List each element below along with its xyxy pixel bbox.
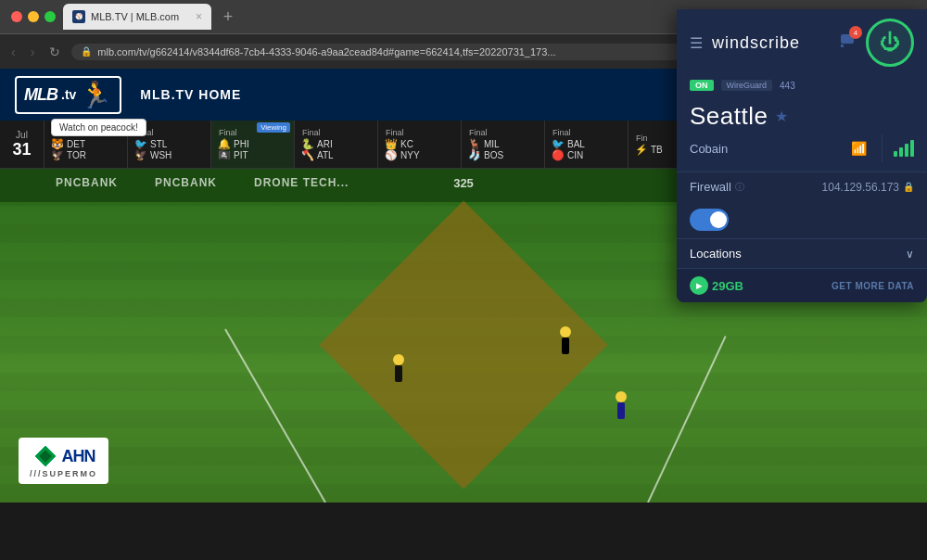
ws-locations-section[interactable]: Locations ∨ (677, 238, 927, 268)
mlb-logo-text: MLB (24, 85, 57, 105)
kc-icon: 👑 (386, 139, 397, 150)
ws-status-bar: ON WireGuard 443 (677, 76, 927, 96)
ws-divider (882, 134, 883, 162)
ws-firewall-section: Firewall ⓘ 104.129.56.173 🔒 (677, 172, 927, 201)
new-tab-button[interactable]: + (215, 4, 241, 30)
viewing-badge: Viewing (257, 122, 290, 133)
ws-logo-text: windscribe (712, 33, 829, 53)
lock-icon: 🔒 (81, 46, 92, 57)
ahn-sponsor-overlay: AHN ///SUPERMO (19, 438, 108, 484)
ws-footer: ▶ 29GB GET MORE DATA (677, 268, 927, 302)
player-umpire (389, 354, 408, 391)
wsh-icon: 🦅 (135, 150, 146, 161)
tab-close-button[interactable]: × (196, 10, 202, 23)
mlb-logo: MLB .tv 🏃 (15, 76, 121, 114)
score-team-det: 🐯 DET (52, 139, 120, 150)
distance-center: 325 (453, 176, 474, 190)
ws-data-amount: 29GB (712, 279, 743, 293)
pnc-ad-1: PNCBANK (56, 176, 118, 189)
cin-icon: 🔴 (552, 150, 564, 161)
maximize-button[interactable] (44, 11, 56, 22)
ws-power-icon: ⏻ (880, 31, 900, 55)
score-game-phi-pit[interactable]: Final Viewing 🔔 PHI 🏴‍☠️ PIT (211, 121, 295, 168)
ws-signal-strength (894, 140, 914, 157)
ws-favorite-star[interactable]: ★ (775, 108, 789, 125)
minimize-button[interactable] (28, 11, 39, 22)
tb-icon: ⚡ (636, 145, 647, 156)
ws-signal-bar-4 (910, 140, 914, 157)
traffic-lights (11, 11, 56, 22)
ws-locations-label: Locations (690, 247, 742, 261)
ws-badge-count: 4 (849, 26, 862, 39)
ws-lock-icon: 🔒 (903, 182, 914, 192)
ws-firewall-label: Firewall ⓘ (690, 180, 744, 194)
back-button[interactable]: ‹ (7, 43, 19, 61)
windscribe-popup: ☰ windscribe 4 ⏻ ON WireGuard 443 Seattl… (677, 9, 927, 302)
ws-toggle-knob (710, 211, 727, 228)
supermo-text: ///SUPERMO (30, 469, 97, 478)
ws-city-name: Seattle ★ (690, 102, 914, 131)
ws-signal-bar-3 (905, 144, 908, 157)
ari-icon: 🐍 (302, 139, 313, 150)
det-icon: 🐯 (52, 139, 63, 150)
ws-chevron-icon: ∨ (906, 248, 914, 261)
tab-title: MLB.TV | MLB.com (91, 11, 179, 22)
pnc-ad-2: PNCBANK (155, 176, 217, 189)
pit-icon: 🏴‍☠️ (219, 150, 230, 161)
score-game-mil-bos[interactable]: Final 🦌 MIL 🧦 BOS (462, 121, 545, 168)
drone-ad: DRONE TECH... (254, 176, 349, 189)
ws-header: ☰ windscribe 4 ⏻ (677, 9, 927, 76)
ws-signal-bar-2 (899, 147, 903, 157)
score-game-ari-atl[interactable]: Final 🐍 ARI 🪓 ATL (295, 121, 378, 168)
mlb-nav-title: MLB.TV HOME (140, 87, 241, 102)
ws-connection-info: Cobain 📶 (690, 134, 914, 162)
ws-info-icon: ⓘ (735, 181, 744, 194)
ws-location-section: Seattle ★ Cobain 📶 (677, 96, 927, 172)
ws-latency: 443 (780, 81, 795, 91)
score-team-tor: 🦅 TOR (52, 150, 120, 161)
peacock-tooltip: Watch on peacock! (51, 119, 146, 136)
ws-ip-address: 104.129.56.173 🔒 (822, 181, 914, 194)
ws-firewall-toggle[interactable] (690, 209, 729, 231)
phi-icon: 🔔 (219, 139, 230, 150)
player-fielder (556, 326, 575, 363)
ws-data-icon: ▶ (690, 276, 708, 295)
ws-power-button[interactable]: ⏻ (866, 19, 914, 67)
ahn-text: AHN (62, 447, 95, 466)
tab-favicon: ⚾ (72, 10, 85, 23)
ws-protocol-badge: WireGuard (721, 80, 773, 91)
ws-wifi-icon: 📶 (851, 141, 867, 156)
close-button[interactable] (11, 11, 22, 22)
ws-get-more-data-button[interactable]: GET MORE DATA (832, 281, 914, 291)
ws-notification-badge[interactable]: 4 (838, 32, 857, 54)
score-game-bal-cin[interactable]: Final 🐦 BAL 🔴 CIN (545, 121, 629, 168)
mil-icon: 🦌 (469, 139, 480, 150)
nyy-icon: ⚾ (386, 150, 397, 161)
atl-icon: 🪓 (302, 150, 313, 161)
ws-computer-name: Cobain (690, 142, 728, 156)
svg-rect-3 (841, 45, 844, 47)
player-batter (612, 391, 630, 428)
score-date-month: Jul (16, 130, 28, 140)
ws-toggle-section (677, 201, 927, 238)
refresh-button[interactable]: ↻ (45, 43, 64, 61)
mlb-batter-icon: 🏃 (80, 80, 112, 110)
score-date-day: 31 (12, 140, 31, 159)
tor-icon: 🦅 (52, 150, 63, 161)
ws-menu-icon[interactable]: ☰ (690, 34, 703, 52)
score-game-kc-nyy[interactable]: Final 👑 KC ⚾ NYY (378, 121, 462, 168)
ahn-diamond-icon (32, 443, 58, 469)
score-date: Jul 31 (0, 121, 44, 168)
mlb-tv-suffix: .tv (61, 87, 76, 102)
mlb-logo-box: MLB .tv 🏃 (15, 76, 121, 114)
stl-icon: 🐦 (135, 139, 146, 150)
bal-icon: 🐦 (552, 139, 564, 150)
bos-icon: 🧦 (469, 150, 480, 161)
ws-signal-bar-1 (894, 151, 897, 157)
ws-on-badge: ON (690, 80, 714, 91)
forward-button[interactable]: › (27, 43, 39, 61)
ws-data-badge: ▶ 29GB (690, 276, 743, 295)
active-tab[interactable]: ⚾ MLB.TV | MLB.com × (63, 4, 211, 30)
